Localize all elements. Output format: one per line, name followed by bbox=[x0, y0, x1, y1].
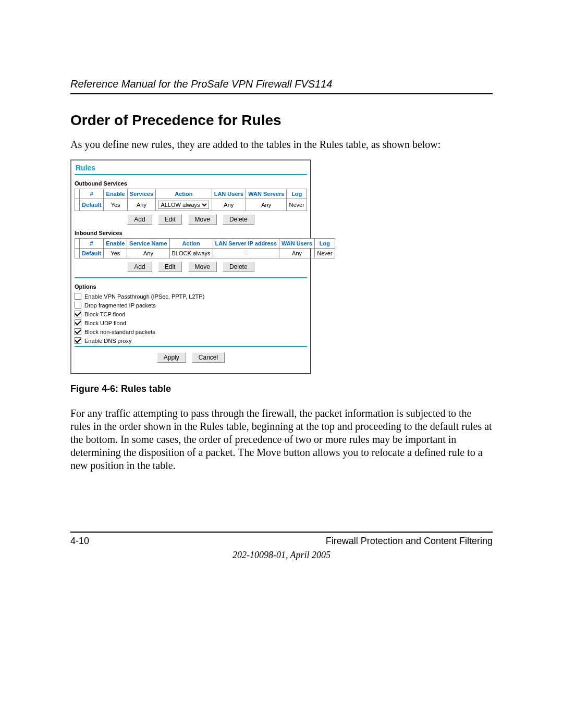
col-blank bbox=[75, 239, 80, 249]
col-action: Action bbox=[169, 239, 213, 249]
bottom-separator bbox=[75, 346, 307, 347]
row-wan: Any bbox=[279, 249, 314, 258]
col-num: # bbox=[80, 189, 104, 199]
option-row: Enable VPN Passthrough (IPSec, PPTP, L2T… bbox=[75, 292, 307, 301]
apply-cancel-row: Apply Cancel bbox=[75, 352, 307, 363]
col-blank bbox=[75, 189, 80, 199]
option-label: Enable DNS proxy bbox=[84, 338, 132, 344]
option-checkbox[interactable] bbox=[75, 337, 81, 344]
option-label: Drop fragmented IP packets bbox=[84, 302, 156, 309]
add-button[interactable]: Add bbox=[127, 262, 152, 272]
section-heading: Order of Precedence for Rules bbox=[70, 112, 493, 129]
running-header: Reference Manual for the ProSafe VPN Fir… bbox=[70, 78, 493, 94]
apply-button[interactable]: Apply bbox=[157, 352, 186, 363]
row-select[interactable] bbox=[75, 249, 80, 258]
title-separator bbox=[75, 174, 307, 175]
row-service: Any bbox=[127, 199, 155, 211]
inbound-table: # Enable Service Name Action LAN Server … bbox=[75, 238, 335, 258]
row-lan: -- bbox=[213, 249, 279, 258]
col-log: Log bbox=[315, 239, 335, 249]
col-enable: Enable bbox=[104, 239, 127, 249]
rules-screenshot: Rules Outbound Services # Enable Service… bbox=[70, 159, 311, 374]
row-select[interactable] bbox=[75, 199, 80, 211]
option-row: Block UDP flood bbox=[75, 318, 307, 327]
action-select[interactable]: ALLOW always bbox=[158, 201, 209, 209]
row-log: Never bbox=[287, 199, 307, 211]
table-header-row: # Enable Service Name Action LAN Server … bbox=[75, 239, 335, 249]
table-header-row: # Enable Services Action LAN Users WAN S… bbox=[75, 189, 307, 199]
table-row: Default Yes Any BLOCK always -- Any Neve… bbox=[75, 249, 335, 258]
delete-button[interactable]: Delete bbox=[223, 262, 254, 272]
cancel-button[interactable]: Cancel bbox=[192, 352, 225, 363]
figure-caption: Figure 4-6: Rules table bbox=[70, 384, 493, 394]
option-label: Enable VPN Passthrough (IPSec, PPTP, L2T… bbox=[84, 293, 204, 300]
col-log: Log bbox=[287, 189, 307, 199]
delete-button[interactable]: Delete bbox=[223, 214, 254, 225]
col-wan: WAN Servers bbox=[246, 189, 287, 199]
page-number: 4-10 bbox=[70, 536, 89, 547]
option-row: Enable DNS proxy bbox=[75, 336, 307, 345]
option-label: Block TCP flood bbox=[84, 311, 125, 317]
option-row: Block TCP flood bbox=[75, 310, 307, 318]
panel-title: Rules bbox=[75, 164, 307, 173]
page-footer: 4-10 Firewall Protection and Content Fil… bbox=[70, 532, 493, 561]
col-num: # bbox=[80, 239, 104, 249]
col-service-name: Service Name bbox=[127, 239, 169, 249]
inbound-services-label: Inbound Services bbox=[75, 230, 307, 236]
row-action: BLOCK always bbox=[169, 249, 213, 258]
move-button[interactable]: Move bbox=[188, 262, 217, 272]
outbound-button-row: Add Edit Move Delete bbox=[75, 214, 307, 225]
row-enable: Yes bbox=[104, 249, 127, 258]
intro-paragraph: As you define new rules, they are added … bbox=[70, 138, 493, 151]
outbound-services-label: Outbound Services bbox=[75, 180, 307, 187]
edit-button[interactable]: Edit bbox=[158, 262, 182, 272]
edit-button[interactable]: Edit bbox=[158, 214, 182, 225]
col-enable: Enable bbox=[104, 189, 127, 199]
move-button[interactable]: Move bbox=[188, 214, 217, 225]
option-label: Block UDP flood bbox=[84, 320, 126, 326]
option-checkbox[interactable] bbox=[75, 311, 81, 317]
row-log: Never bbox=[315, 249, 335, 258]
row-service: Any bbox=[127, 249, 169, 258]
table-row: Default Yes Any ALLOW always Any Any Nev… bbox=[75, 199, 307, 211]
inbound-button-row: Add Edit Move Delete bbox=[75, 262, 307, 272]
col-action: Action bbox=[156, 189, 212, 199]
col-lan: LAN Users bbox=[212, 189, 246, 199]
option-checkbox[interactable] bbox=[75, 328, 81, 335]
outbound-table: # Enable Services Action LAN Users WAN S… bbox=[75, 189, 307, 211]
options-separator bbox=[75, 277, 307, 278]
row-action-cell: ALLOW always bbox=[156, 199, 212, 211]
footer-rule bbox=[70, 532, 493, 533]
col-services: Services bbox=[127, 189, 155, 199]
option-checkbox[interactable] bbox=[75, 319, 81, 326]
row-num[interactable]: Default bbox=[80, 199, 104, 211]
option-row: Drop fragmented IP packets bbox=[75, 301, 307, 310]
options-list: Enable VPN Passthrough (IPSec, PPTP, L2T… bbox=[75, 292, 307, 345]
body-paragraph: For any traffic attempting to pass throu… bbox=[70, 407, 493, 472]
row-enable: Yes bbox=[104, 199, 127, 211]
col-lan-ip: LAN Server IP address bbox=[213, 239, 279, 249]
row-lan: Any bbox=[212, 199, 246, 211]
row-wan: Any bbox=[246, 199, 287, 211]
col-wan: WAN Users bbox=[279, 239, 314, 249]
options-label: Options bbox=[75, 283, 307, 290]
option-checkbox[interactable] bbox=[75, 293, 81, 300]
option-row: Block non-standard packets bbox=[75, 327, 307, 336]
row-num[interactable]: Default bbox=[80, 249, 104, 258]
doc-stamp: 202-10098-01, April 2005 bbox=[70, 550, 493, 561]
chapter-title: Firewall Protection and Content Filterin… bbox=[326, 536, 493, 547]
option-checkbox[interactable] bbox=[75, 302, 81, 309]
option-label: Block non-standard packets bbox=[84, 329, 155, 335]
add-button[interactable]: Add bbox=[127, 214, 152, 225]
